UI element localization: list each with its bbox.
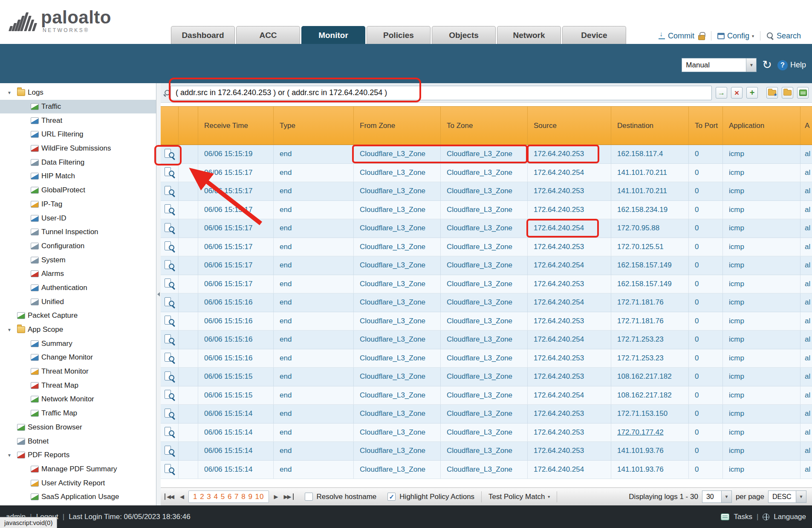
destination-ip[interactable]: 172.71.153.150 bbox=[617, 409, 668, 418]
log-detail-magnifier-icon[interactable] bbox=[164, 223, 175, 234]
sidebar-item-unified[interactable]: Unified bbox=[0, 295, 156, 309]
test-policy-match-button[interactable]: Test Policy Match ▾ bbox=[488, 493, 550, 501]
log-row[interactable]: 06/06 15:15:14 end Cloudflare_L3_Zone Cl… bbox=[161, 442, 812, 461]
sidebar-item-hip-match[interactable]: HIP Match bbox=[0, 169, 156, 183]
destination-ip[interactable]: 172.71.181.76 bbox=[617, 298, 664, 307]
log-detail-magnifier-icon[interactable] bbox=[164, 334, 175, 345]
highlight-policy-actions-checkbox[interactable]: ✓ bbox=[387, 493, 396, 501]
log-detail-magnifier-icon[interactable] bbox=[164, 186, 175, 197]
sidebar-item-saas-application-usage[interactable]: SaaS Application Usage bbox=[0, 490, 156, 504]
log-detail-magnifier-icon[interactable] bbox=[164, 148, 175, 160]
apply-filter-button[interactable]: → bbox=[716, 87, 727, 99]
destination-ip[interactable]: 141.101.70.211 bbox=[617, 168, 667, 177]
column-header-destination[interactable]: Destination bbox=[611, 107, 689, 145]
language-button[interactable]: Language bbox=[774, 513, 806, 521]
tasks-button[interactable]: Tasks bbox=[734, 513, 752, 521]
per-page-select[interactable]: 30 ▼ bbox=[702, 490, 732, 503]
add-filter-button[interactable]: + bbox=[746, 87, 758, 99]
column-header-to-zone[interactable]: To Zone bbox=[441, 107, 528, 145]
tab-policies[interactable]: Policies bbox=[367, 26, 431, 44]
column-header-to-port[interactable]: To Port bbox=[689, 107, 723, 145]
sort-order-select[interactable]: DESC ▼ bbox=[768, 490, 806, 503]
log-row[interactable]: 06/06 15:15:17 end Cloudflare_L3_Zone Cl… bbox=[161, 219, 812, 238]
log-row[interactable]: 06/06 15:15:14 end Cloudflare_L3_Zone Cl… bbox=[161, 424, 812, 442]
log-row[interactable]: 06/06 15:15:19 end Cloudflare_L3_Zone Cl… bbox=[161, 145, 812, 164]
destination-ip[interactable]: 141.101.93.76 bbox=[617, 447, 664, 455]
sidebar-item-app-scope[interactable]: ▼ App Scope bbox=[0, 323, 156, 337]
column-header-from-zone[interactable]: From Zone bbox=[354, 107, 441, 145]
destination-ip[interactable]: 172.70.95.88 bbox=[617, 224, 659, 232]
log-detail-magnifier-icon[interactable] bbox=[164, 204, 175, 215]
log-detail-magnifier-icon[interactable] bbox=[164, 389, 175, 401]
lock-icon[interactable] bbox=[698, 35, 705, 40]
clear-filter-button[interactable]: × bbox=[731, 87, 743, 99]
sidebar-item-url-filtering[interactable]: URL Filtering bbox=[0, 128, 156, 142]
destination-ip[interactable]: 172.71.181.76 bbox=[617, 317, 664, 325]
log-row[interactable]: 06/06 15:15:15 end Cloudflare_L3_Zone Cl… bbox=[161, 368, 812, 386]
tab-objects[interactable]: Objects bbox=[432, 26, 496, 44]
tab-monitor[interactable]: Monitor bbox=[301, 26, 365, 44]
destination-ip[interactable]: 172.70.125.51 bbox=[617, 243, 664, 251]
log-row[interactable]: 06/06 15:15:14 end Cloudflare_L3_Zone Cl… bbox=[161, 405, 812, 424]
column-header-application[interactable]: Application bbox=[723, 107, 800, 145]
log-detail-magnifier-icon[interactable] bbox=[164, 371, 175, 383]
log-detail-magnifier-icon[interactable] bbox=[164, 315, 175, 327]
log-detail-magnifier-icon[interactable] bbox=[164, 278, 175, 290]
sidebar-item-wildfire-submissions[interactable]: WildFire Submissions bbox=[0, 142, 156, 156]
log-row[interactable]: 06/06 15:15:17 end Cloudflare_L3_Zone Cl… bbox=[161, 164, 812, 183]
log-detail-magnifier-icon[interactable] bbox=[164, 352, 175, 364]
tree-expander-icon[interactable]: ▼ bbox=[4, 90, 14, 95]
log-row[interactable]: 06/06 15:15:17 end Cloudflare_L3_Zone Cl… bbox=[161, 275, 812, 294]
column-header-action[interactable]: A bbox=[800, 107, 812, 145]
sidebar-collapse-handle[interactable] bbox=[156, 83, 161, 505]
log-row[interactable]: 06/06 15:15:17 end Cloudflare_L3_Zone Cl… bbox=[161, 256, 812, 275]
sidebar-item-summary[interactable]: Summary bbox=[0, 337, 156, 351]
destination-ip[interactable]: 162.158.157.149 bbox=[617, 261, 672, 270]
log-detail-magnifier-icon[interactable] bbox=[164, 408, 175, 420]
first-page-button[interactable]: ◀◀ bbox=[165, 493, 175, 500]
sidebar-item-alarms[interactable]: Alarms bbox=[0, 267, 156, 281]
destination-ip[interactable]: 162.158.157.149 bbox=[617, 280, 672, 288]
sidebar-item-traffic[interactable]: Traffic bbox=[0, 100, 156, 114]
sidebar-item-user-id[interactable]: User-ID bbox=[0, 211, 156, 225]
log-detail-magnifier-icon[interactable] bbox=[164, 464, 175, 475]
global-search-button[interactable]: Search bbox=[766, 32, 801, 41]
sidebar-item-session-browser[interactable]: Session Browser bbox=[0, 421, 156, 435]
column-header-type[interactable]: Type bbox=[274, 107, 354, 145]
destination-ip[interactable]: 172.70.177.42 bbox=[617, 428, 664, 437]
destination-ip[interactable]: 162.158.234.19 bbox=[617, 206, 668, 214]
refresh-icon[interactable]: ↻ bbox=[762, 59, 772, 71]
sidebar-item-pdf-reports[interactable]: ▼ PDF Reports bbox=[0, 448, 156, 462]
chevron-down-icon[interactable]: ▼ bbox=[746, 58, 756, 72]
sidebar-item-tunnel-inspection[interactable]: Tunnel Inspection bbox=[0, 225, 156, 239]
destination-ip[interactable]: 172.71.253.23 bbox=[617, 335, 664, 344]
sidebar-item-globalprotect[interactable]: GlobalProtect bbox=[0, 183, 156, 197]
tab-acc[interactable]: ACC bbox=[236, 26, 300, 44]
log-detail-magnifier-icon[interactable] bbox=[164, 445, 175, 457]
page-numbers[interactable]: 1 2 3 4 5 6 7 8 9 10 bbox=[188, 490, 269, 503]
destination-ip[interactable]: 141.101.70.211 bbox=[617, 187, 667, 195]
log-row[interactable]: 06/06 15:15:17 end Cloudflare_L3_Zone Cl… bbox=[161, 201, 812, 220]
sidebar-item-user-activity-report[interactable]: User Activity Report bbox=[0, 476, 156, 490]
load-filter-button[interactable] bbox=[782, 87, 793, 99]
column-header-source[interactable]: Source bbox=[528, 107, 611, 145]
sidebar-item-threat-monitor[interactable]: Threat Monitor bbox=[0, 365, 156, 379]
log-row[interactable]: 06/06 15:15:14 end Cloudflare_L3_Zone Cl… bbox=[161, 461, 812, 479]
sidebar-item-authentication[interactable]: Authentication bbox=[0, 281, 156, 295]
tab-device[interactable]: Device bbox=[562, 26, 626, 44]
log-row[interactable]: 06/06 15:15:16 end Cloudflare_L3_Zone Cl… bbox=[161, 293, 812, 312]
tab-network[interactable]: Network bbox=[497, 26, 561, 44]
chevron-down-icon[interactable]: ▼ bbox=[796, 491, 806, 502]
tab-dashboard[interactable]: Dashboard bbox=[171, 26, 235, 44]
tree-expander-icon[interactable]: ▼ bbox=[4, 453, 14, 458]
tree-expander-icon[interactable]: ▼ bbox=[4, 328, 14, 332]
commit-button[interactable]: Commit bbox=[659, 32, 694, 41]
log-detail-magnifier-icon[interactable] bbox=[164, 297, 175, 308]
config-menu-button[interactable]: Config ▾ bbox=[717, 32, 754, 41]
sidebar-item-threat[interactable]: Threat bbox=[0, 113, 156, 128]
sidebar-item-logs[interactable]: ▼ Logs bbox=[0, 86, 156, 100]
sidebar-item-packet-capture[interactable]: Packet Capture bbox=[0, 309, 156, 323]
log-row[interactable]: 06/06 15:15:16 end Cloudflare_L3_Zone Cl… bbox=[161, 349, 812, 368]
refresh-mode-select[interactable]: Manual ▼ bbox=[682, 58, 757, 72]
sidebar-item-data-filtering[interactable]: Data Filtering bbox=[0, 155, 156, 169]
